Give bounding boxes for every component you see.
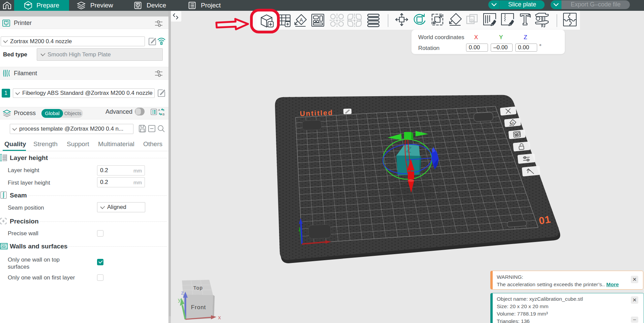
svg-text:Untitled: Untitled: [300, 109, 333, 117]
svg-text:Front: Front: [191, 304, 206, 311]
svg-text:Top: Top: [193, 285, 203, 291]
svg-text:z: z: [181, 290, 184, 296]
svg-text:y: y: [178, 297, 181, 303]
svg-text:x: x: [218, 314, 221, 321]
svg-text:01: 01: [538, 213, 552, 226]
